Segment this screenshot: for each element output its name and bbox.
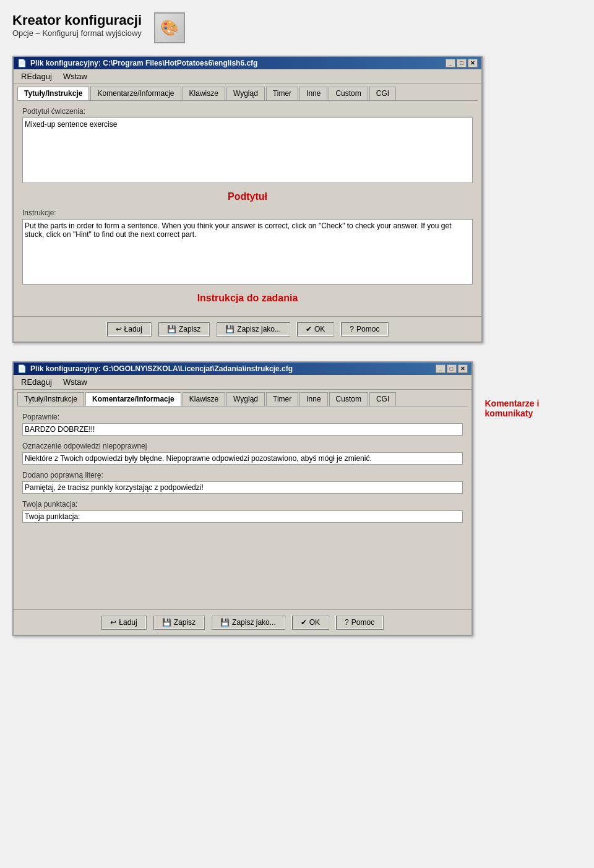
menu-wstaw[interactable]: Wstaw — [58, 71, 92, 82]
incorrect-field-group: Oznaczenie odpowiedzi niepoprawnej — [22, 442, 463, 465]
window1-tabs: Tytuły/Instrukcje Komentarze/Informacje … — [14, 84, 481, 100]
w2-load-button[interactable]: ↩ Ładuj — [101, 615, 146, 630]
save-icon: 💾 — [167, 325, 176, 333]
w2-titlebar-icon: 📄 — [17, 364, 27, 373]
w2-help-icon: ? — [345, 618, 349, 627]
help-button[interactable]: ? Pomoc — [340, 322, 389, 337]
instructions-label: Instrukcje: — [22, 208, 473, 217]
subtitle-label: Podtytuł ćwiczenia: — [22, 107, 473, 116]
save-as-icon: 💾 — [225, 325, 235, 333]
w2-save-button[interactable]: 💾 Zapisz — [153, 615, 205, 630]
window1: 📄 Plik konfiguracyjny: C:\Program Files\… — [12, 56, 483, 343]
instructions-annotation: Instrukcja do zadania — [22, 293, 473, 304]
tab-timer[interactable]: Timer — [266, 87, 298, 100]
hint-input[interactable] — [22, 481, 463, 494]
window2-buttonbar: ↩ Ładuj 💾 Zapisz 💾 Zapisz jako... ✔ OK ?… — [14, 609, 471, 635]
close-button[interactable]: ✕ — [468, 59, 478, 67]
w2-tab-klawisze[interactable]: Klawisze — [183, 392, 225, 406]
w2-ok-button[interactable]: ✔ OK — [291, 615, 329, 630]
tab-custom[interactable]: Custom — [329, 87, 368, 100]
correct-label: Poprawnie: — [22, 413, 463, 421]
page-subtitle: Opcje – Konfiguruj format wyjściowy — [12, 28, 142, 38]
w2-tab-cgi[interactable]: CGI — [369, 392, 396, 406]
window1-buttonbar: ↩ Ładuj 💾 Zapisz 💾 Zapisz jako... ✔ OK ?… — [14, 316, 481, 342]
hint-field-group: Dodano poprawną literę: — [22, 471, 463, 494]
w2-save-as-icon: 💾 — [220, 618, 230, 627]
w2-minimize-button[interactable]: _ — [436, 364, 446, 373]
subtitle-textarea[interactable] — [22, 118, 473, 183]
ok-button[interactable]: ✔ OK — [296, 322, 334, 337]
window1-menubar: REdaguj Wstaw — [14, 69, 481, 84]
tab-klawisze[interactable]: Klawisze — [183, 87, 225, 100]
w2-tab-custom[interactable]: Custom — [329, 392, 368, 406]
window-controls: _ □ ✕ — [446, 59, 478, 67]
correct-input[interactable] — [22, 423, 463, 436]
w2-tab-komentarze[interactable]: Komentarze/Informacje — [85, 392, 181, 406]
tab-inne[interactable]: Inne — [299, 87, 327, 100]
window1-titlebar: 📄 Plik konfiguracyjny: C:\Program Files\… — [14, 57, 481, 69]
window1-title: Plik konfiguracyjny: C:\Program Files\Ho… — [30, 59, 257, 67]
hint-label: Dodano poprawną literę: — [22, 471, 463, 479]
page-header: Kreator konfiguracji Opcje – Konfiguruj … — [12, 12, 582, 43]
w2-menu-wstaw[interactable]: Wstaw — [58, 376, 92, 388]
maximize-button[interactable]: □ — [457, 59, 467, 67]
w2-help-button[interactable]: ? Pomoc — [335, 615, 384, 630]
side-annotation: Komentarze i komunikaty — [485, 361, 582, 418]
tab-komentarze[interactable]: Komentarze/Informacje — [90, 87, 181, 100]
incorrect-label: Oznaczenie odpowiedzi niepoprawnej — [22, 442, 463, 450]
load-icon: ↩ — [116, 325, 122, 333]
w2-tab-inne[interactable]: Inne — [299, 392, 327, 406]
window2-tabs: Tytuły/Instrukcje Komentarze/Informacje … — [14, 390, 471, 406]
app-icon: 🎨 — [154, 12, 185, 43]
titlebar-icon: 📄 — [17, 59, 27, 67]
page-title: Kreator konfiguracji — [12, 12, 142, 28]
w2-save-as-button[interactable]: 💾 Zapisz jako... — [211, 615, 285, 630]
content-spacer — [22, 529, 463, 603]
w2-save-icon: 💾 — [162, 618, 171, 627]
score-input[interactable] — [22, 510, 463, 523]
menu-redaguj[interactable]: REdaguj — [16, 71, 57, 82]
w2-menu-redaguj[interactable]: REdaguj — [16, 376, 57, 388]
window2-content: Poprawnie: Oznaczenie odpowiedzi niepopr… — [14, 406, 471, 609]
tab-cgi[interactable]: CGI — [369, 87, 396, 100]
subtitle-field-group: Podtytuł ćwiczenia: Podtytuł — [22, 107, 473, 202]
save-as-button[interactable]: 💾 Zapisz jako... — [216, 322, 290, 337]
save-button[interactable]: 💾 Zapisz — [158, 322, 210, 337]
incorrect-input[interactable] — [22, 452, 463, 465]
instructions-field-group: Instrukcje: Instrukcja do zadania — [22, 208, 473, 304]
w2-load-icon: ↩ — [110, 618, 116, 627]
window2-titlebar: 📄 Plik konfiguracyjny: G:\OGOLNY\SZKOLA\… — [14, 363, 471, 375]
correct-field-group: Poprawnie: — [22, 413, 463, 436]
minimize-button[interactable]: _ — [446, 59, 455, 67]
window2-menubar: REdaguj Wstaw — [14, 375, 471, 390]
w2-tab-timer[interactable]: Timer — [266, 392, 298, 406]
w2-close-button[interactable]: ✕ — [458, 364, 468, 373]
w2-titlebar-left: 📄 Plik konfiguracyjny: G:\OGOLNY\SZKOLA\… — [17, 364, 293, 373]
window2: 📄 Plik konfiguracyjny: G:\OGOLNY\SZKOLA\… — [12, 361, 473, 636]
titlebar-left: 📄 Plik konfiguracyjny: C:\Program Files\… — [17, 59, 257, 67]
instructions-textarea[interactable] — [22, 219, 473, 285]
help-icon: ? — [350, 325, 354, 333]
tab-wyglad[interactable]: Wygląd — [226, 87, 265, 100]
w2-window-controls: _ □ ✕ — [436, 364, 468, 373]
load-button[interactable]: ↩ Ładuj — [106, 322, 152, 337]
window2-title: Plik konfiguracyjny: G:\OGOLNY\SZKOLA\Li… — [30, 364, 293, 373]
score-field-group: Twoja punktacja: — [22, 500, 463, 523]
tab-tytuly[interactable]: Tytuły/Instrukcje — [17, 87, 89, 100]
window1-content: Podtytuł ćwiczenia: Podtytuł Instrukcje:… — [14, 101, 481, 316]
w2-maximize-button[interactable]: □ — [447, 364, 457, 373]
ok-icon: ✔ — [306, 325, 312, 333]
subtitle-annotation: Podtytuł — [22, 191, 473, 202]
w2-tab-tytuly[interactable]: Tytuły/Instrukcje — [17, 392, 84, 406]
w2-ok-icon: ✔ — [301, 618, 307, 627]
window2-layout: 📄 Plik konfiguracyjny: G:\OGOLNY\SZKOLA\… — [12, 361, 582, 655]
score-label: Twoja punktacja: — [22, 500, 463, 509]
header-text: Kreator konfiguracji Opcje – Konfiguruj … — [12, 12, 142, 38]
w2-tab-wyglad[interactable]: Wygląd — [226, 392, 265, 406]
